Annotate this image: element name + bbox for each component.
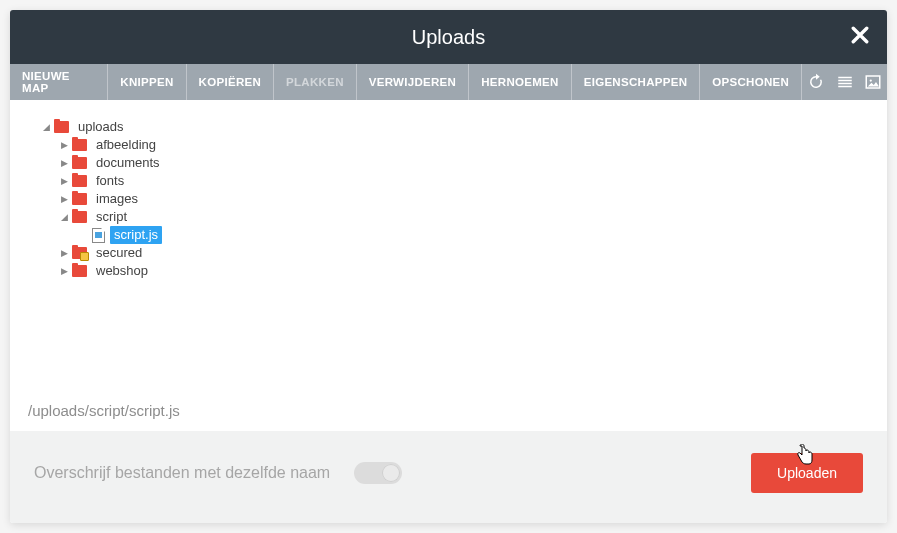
title-bar: Uploads bbox=[10, 10, 887, 64]
tree-label[interactable]: images bbox=[92, 190, 142, 208]
tree-label[interactable]: uploads bbox=[74, 118, 128, 136]
tree-label[interactable]: script bbox=[92, 208, 131, 226]
tree-node-images[interactable]: ▶ images bbox=[40, 190, 871, 208]
paste-button: PLAKKEN bbox=[274, 64, 357, 100]
properties-button[interactable]: EIGENSCHAPPEN bbox=[572, 64, 701, 100]
tree-label[interactable]: webshop bbox=[92, 262, 152, 280]
delete-button[interactable]: VERWIJDEREN bbox=[357, 64, 469, 100]
dialog-title: Uploads bbox=[412, 26, 485, 49]
folder-icon bbox=[72, 157, 87, 169]
list-icon bbox=[836, 73, 854, 91]
tree-node-script[interactable]: ◢ script bbox=[40, 208, 871, 226]
tree-node-script-js[interactable]: script.js bbox=[40, 226, 871, 244]
svg-point-1 bbox=[869, 79, 871, 81]
tree-panel: ◢ uploads ▶ afbeelding ▶ documents ▶ fon… bbox=[10, 100, 887, 390]
tree-node-secured[interactable]: ▶ secured bbox=[40, 244, 871, 262]
overwrite-toggle[interactable] bbox=[354, 462, 402, 484]
upload-dialog: Uploads NIEUWE MAP KNIPPEN KOPIËREN PLAK… bbox=[10, 10, 887, 523]
tree-label[interactable]: fonts bbox=[92, 172, 128, 190]
rename-button[interactable]: HERNOEMEN bbox=[469, 64, 571, 100]
folder-icon bbox=[72, 175, 87, 187]
tree-node-documents[interactable]: ▶ documents bbox=[40, 154, 871, 172]
expand-icon[interactable]: ▶ bbox=[58, 172, 70, 190]
footer: Overschrijf bestanden met dezelfde naam … bbox=[10, 431, 887, 523]
image-icon bbox=[864, 73, 882, 91]
expand-icon[interactable]: ▶ bbox=[58, 190, 70, 208]
tree-label[interactable]: afbeelding bbox=[92, 136, 160, 154]
folder-icon bbox=[72, 211, 87, 223]
cleanup-button[interactable]: OPSCHONEN bbox=[700, 64, 802, 100]
tree-node-fonts[interactable]: ▶ fonts bbox=[40, 172, 871, 190]
collapse-icon[interactable]: ◢ bbox=[40, 118, 52, 136]
close-icon bbox=[851, 26, 869, 44]
tree-node-afbeelding[interactable]: ▶ afbeelding bbox=[40, 136, 871, 154]
file-icon bbox=[92, 228, 105, 243]
folder-icon bbox=[72, 139, 87, 151]
toolbar: NIEUWE MAP KNIPPEN KOPIËREN PLAKKEN VERW… bbox=[10, 64, 887, 100]
new-folder-button[interactable]: NIEUWE MAP bbox=[10, 64, 108, 100]
tree-label-selected[interactable]: script.js bbox=[110, 226, 162, 244]
tree-node-uploads[interactable]: ◢ uploads bbox=[40, 118, 871, 136]
path-display: /uploads/script/script.js bbox=[10, 390, 887, 431]
folder-locked-icon bbox=[72, 247, 87, 259]
refresh-icon bbox=[807, 73, 825, 91]
collapse-icon[interactable]: ◢ bbox=[58, 208, 70, 226]
tree-label[interactable]: secured bbox=[92, 244, 146, 262]
cut-button[interactable]: KNIPPEN bbox=[108, 64, 186, 100]
tree-node-webshop[interactable]: ▶ webshop bbox=[40, 262, 871, 280]
tree-label[interactable]: documents bbox=[92, 154, 164, 172]
expand-icon[interactable]: ▶ bbox=[58, 262, 70, 280]
refresh-button[interactable] bbox=[802, 64, 830, 100]
expand-icon[interactable]: ▶ bbox=[58, 154, 70, 172]
expand-icon[interactable]: ▶ bbox=[58, 244, 70, 262]
close-button[interactable] bbox=[851, 26, 869, 48]
copy-button[interactable]: KOPIËREN bbox=[187, 64, 274, 100]
folder-icon bbox=[72, 193, 87, 205]
overwrite-label: Overschrijf bestanden met dezelfde naam bbox=[34, 464, 330, 482]
thumbnail-view-button[interactable] bbox=[859, 64, 887, 100]
upload-button[interactable]: Uploaden bbox=[751, 453, 863, 493]
expand-icon[interactable]: ▶ bbox=[58, 136, 70, 154]
folder-icon bbox=[72, 265, 87, 277]
toggle-knob bbox=[382, 464, 400, 482]
list-view-button[interactable] bbox=[830, 64, 858, 100]
folder-tree: ◢ uploads ▶ afbeelding ▶ documents ▶ fon… bbox=[40, 118, 871, 280]
folder-icon bbox=[54, 121, 69, 133]
